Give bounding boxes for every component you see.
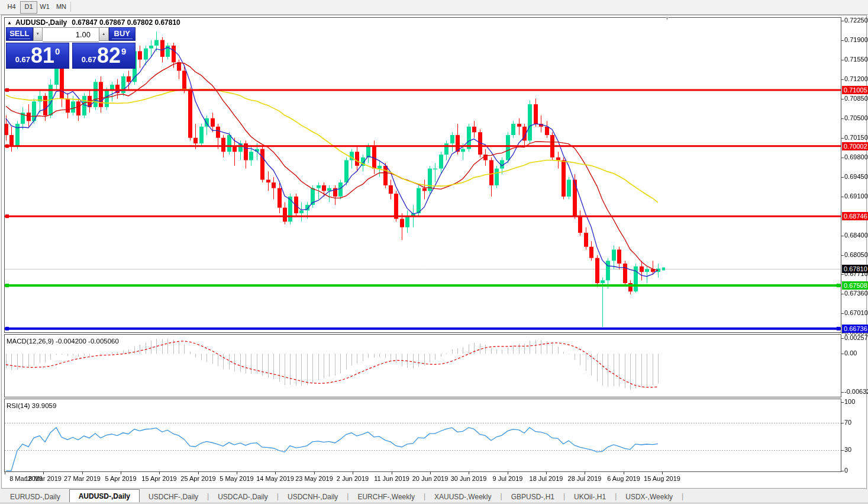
chart-tab-xauusd[interactable]: XAUUSD-,Weekly bbox=[425, 491, 500, 503]
timeframe-button-h4[interactable]: H4 bbox=[4, 1, 20, 12]
buy-button-label: BUY bbox=[114, 29, 130, 38]
chart-tab-usdchf[interactable]: USDCHF-,Daily bbox=[140, 491, 207, 503]
sell-price-box[interactable]: 0.67 81 0 bbox=[6, 43, 69, 69]
sell-price-base: 0.67 bbox=[15, 55, 30, 64]
toolbar-separator bbox=[70, 2, 71, 12]
rsi-indicator-label: RSI(14) 39.9059 bbox=[7, 402, 56, 409]
chart-tab-usdcad[interactable]: USDCAD-,Daily bbox=[209, 491, 277, 503]
volume-input[interactable] bbox=[43, 27, 99, 42]
sell-button[interactable]: SELL bbox=[6, 27, 33, 41]
chart-tab-usdx[interactable]: USDX-,Weekly bbox=[617, 491, 682, 503]
buy-price-sup: 9 bbox=[121, 46, 126, 56]
chart-ohlc-quote: 0.67847 0.67867 0.67802 0.67810 bbox=[72, 18, 180, 27]
timeframe-button-d1[interactable]: D1 bbox=[20, 1, 37, 14]
chart-symbol-label: AUDUSD-,Daily bbox=[15, 18, 67, 27]
one-click-trading-panel: SELL ▼ ▲ BUY 0.67 81 0 0.67 82 9 bbox=[6, 27, 135, 69]
sell-price-sup: 0 bbox=[55, 46, 60, 56]
collapse-icon[interactable]: ▲ bbox=[7, 20, 12, 25]
chart-title: ▲AUDUSD-,Daily0.67847 0.67867 0.67802 0.… bbox=[7, 18, 180, 27]
volume-increase-button[interactable]: ▲ bbox=[99, 27, 109, 41]
buy-price-big: 82 bbox=[97, 45, 121, 66]
timeframe-button-mn[interactable]: MN bbox=[53, 1, 69, 12]
chart-tab-usdcnh[interactable]: USDCNH-,Daily bbox=[279, 491, 347, 503]
buy-button[interactable]: BUY bbox=[109, 27, 136, 41]
macd-indicator-label: MACD(12,26,9) -0.004200 -0.005060 bbox=[7, 338, 119, 345]
mt4-terminal: H4D1W1MN ▲AUDUSD-,Daily0.67847 0.67867 0… bbox=[0, 0, 868, 504]
sell-price-big: 81 bbox=[31, 45, 54, 66]
chart-shift-marker-icon[interactable]: ▼ bbox=[664, 15, 670, 21]
sell-underline bbox=[9, 38, 30, 39]
tab-separator: | bbox=[682, 491, 683, 503]
buy-price-base: 0.67 bbox=[82, 55, 96, 64]
macd-pane-canvas[interactable] bbox=[4, 334, 841, 397]
rsi-pane-canvas[interactable] bbox=[4, 399, 841, 472]
chart-tab-eurusd[interactable]: EURUSD-,Daily bbox=[1, 491, 69, 503]
chart-tab-ukoil[interactable]: UKOil-,H1 bbox=[565, 491, 615, 503]
chart-tab-audusd[interactable]: AUDUSD-,Daily bbox=[69, 489, 140, 503]
buy-price-box[interactable]: 0.67 82 9 bbox=[72, 43, 135, 69]
chart-tab-eurchf[interactable]: EURCHF-,Weekly bbox=[349, 491, 423, 503]
buy-underline bbox=[112, 38, 133, 39]
volume-decrease-button[interactable]: ▼ bbox=[33, 27, 43, 41]
timeframe-button-w1[interactable]: W1 bbox=[37, 1, 53, 12]
chart-tab-bar: EURUSD-,DailyAUDUSD-,DailyUSDCHF-,Daily|… bbox=[1, 488, 866, 503]
chart-tab-gbpusd[interactable]: GBPUSD-,H1 bbox=[502, 491, 563, 503]
sell-button-label: SELL bbox=[9, 29, 29, 38]
timeframe-toolbar: H4D1W1MN bbox=[0, 0, 868, 15]
